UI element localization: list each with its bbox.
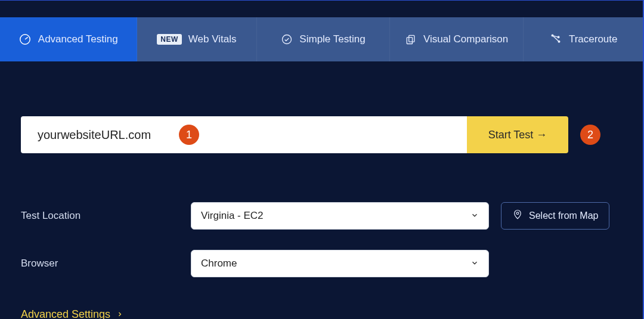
tab-bar: Advanced Testing NEW Web Vitals Simple T… bbox=[0, 17, 643, 61]
select-from-map-button[interactable]: Select from Map bbox=[501, 202, 609, 230]
tab-label: Advanced Testing bbox=[38, 33, 118, 45]
select-value: Virginia - EC2 bbox=[201, 210, 264, 222]
svg-point-7 bbox=[516, 212, 519, 215]
browser-label: Browser bbox=[21, 258, 191, 270]
tab-label: Visual Comparison bbox=[423, 33, 508, 45]
chevron-down-icon bbox=[470, 211, 479, 221]
svg-rect-3 bbox=[407, 38, 412, 44]
test-location-select[interactable]: Virginia - EC2 bbox=[191, 202, 489, 230]
new-badge: NEW bbox=[157, 34, 182, 45]
chevron-right-icon bbox=[116, 308, 123, 319]
tab-label: Web Vitals bbox=[188, 33, 237, 45]
svg-rect-2 bbox=[409, 35, 414, 42]
tab-traceroute[interactable]: Traceroute bbox=[524, 17, 643, 61]
link-label: Advanced Settings bbox=[21, 308, 110, 319]
start-test-button[interactable]: Start Test → bbox=[467, 116, 568, 153]
annotation-marker-2: 2 bbox=[580, 125, 600, 145]
tab-label: Simple Testing bbox=[299, 33, 365, 45]
check-circle-icon bbox=[281, 33, 293, 45]
select-value: Chrome bbox=[201, 258, 237, 270]
copy-icon bbox=[405, 33, 417, 45]
advanced-settings-link[interactable]: Advanced Settings bbox=[21, 308, 123, 319]
svg-point-5 bbox=[558, 41, 560, 42]
annotation-marker-1: 1 bbox=[179, 125, 199, 145]
tab-advanced-testing[interactable]: Advanced Testing bbox=[0, 17, 137, 61]
chevron-down-icon bbox=[470, 259, 479, 269]
test-location-label: Test Location bbox=[21, 210, 191, 222]
browser-select[interactable]: Chrome bbox=[191, 250, 489, 277]
tab-visual-comparison[interactable]: Visual Comparison bbox=[390, 17, 524, 61]
url-input[interactable] bbox=[21, 116, 467, 153]
tab-label: Traceroute bbox=[569, 33, 618, 45]
url-row: Start Test → 1 2 bbox=[21, 116, 568, 153]
gauge-icon bbox=[18, 33, 32, 46]
branch-icon bbox=[549, 33, 562, 46]
map-button-label: Select from Map bbox=[529, 210, 598, 221]
svg-point-6 bbox=[558, 36, 559, 38]
tab-simple-testing[interactable]: Simple Testing bbox=[257, 17, 390, 61]
tab-web-vitals[interactable]: NEW Web Vitals bbox=[137, 17, 258, 61]
svg-point-4 bbox=[552, 35, 553, 36]
svg-point-1 bbox=[283, 35, 292, 44]
map-pin-icon bbox=[512, 209, 523, 222]
